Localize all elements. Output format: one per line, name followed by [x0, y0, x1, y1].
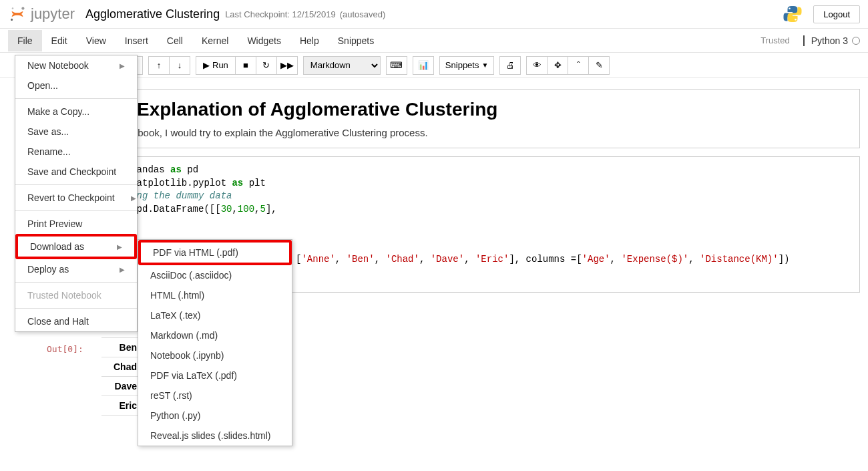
svg-point-3 [12, 7, 14, 9]
chevron-down-icon: ▼ [481, 61, 488, 69]
menu-widgets[interactable]: Widgets [238, 30, 290, 51]
python-icon [783, 4, 803, 24]
code-line: v = pd.DataFrame([[30,100,5], [114, 203, 847, 216]
markdown-cell[interactable]: rt Explanation of Agglomerative Clusteri… [101, 89, 860, 148]
celltype-select[interactable]: Markdown [303, 56, 381, 75]
svg-point-5 [795, 19, 797, 21]
notebook-title[interactable]: Agglomerative Clustering [85, 7, 220, 21]
print-icon: 🖨 [506, 60, 515, 70]
menu-edit[interactable]: Edit [42, 30, 77, 51]
code-line: rt pandas as pd [114, 164, 847, 177]
move-up-button[interactable]: ↑ [148, 56, 170, 75]
menu-insert[interactable]: Insert [116, 30, 158, 51]
menu-download-as[interactable]: Download as▶ [15, 234, 137, 259]
arrow-down-icon: ↓ [178, 60, 182, 70]
menubar: File Edit View Insert Cell Kernel Widget… [0, 29, 868, 53]
play-icon: ▶ [203, 60, 210, 70]
chevron-right-icon: ▶ [131, 194, 136, 202]
kernel-indicator[interactable]: Python 3 [803, 35, 860, 46]
eye-icon: 👁 [533, 60, 541, 70]
file-menu-dropdown: New Notebook▶ Open... Make a Copy... Sav… [15, 55, 138, 332]
menu-deploy-as[interactable]: Deploy as▶ [15, 259, 137, 279]
code-line: rt matplotlib.pyplot as plt [114, 177, 847, 190]
jupyter-logo[interactable]: jupyter [8, 5, 75, 23]
menu-view[interactable]: View [77, 30, 116, 51]
menu-rename[interactable]: Rename... [15, 142, 137, 162]
menu-cell[interactable]: Cell [158, 30, 192, 51]
menu-kernel[interactable]: Kernel [192, 30, 238, 51]
menu-close-halt[interactable]: Close and Halt [15, 311, 137, 331]
stop-button[interactable]: ■ [235, 56, 256, 75]
header: jupyter Agglomerative Clustering Last Ch… [0, 0, 868, 29]
eye-button[interactable]: 👁 [526, 56, 548, 75]
move-down-button[interactable]: ↓ [169, 56, 190, 75]
command-palette-button[interactable]: ⌨ [386, 56, 407, 75]
menu-trusted-notebook: Trusted Notebook [15, 285, 137, 305]
menu-save-checkpoint[interactable]: Save and Checkpoint [15, 162, 137, 182]
menu-print-preview[interactable]: Print Preview [15, 214, 137, 234]
jupyter-icon [8, 5, 27, 23]
svg-point-1 [21, 7, 24, 10]
run-button[interactable]: ▶Run [196, 56, 236, 75]
menu-file[interactable]: File [8, 30, 42, 51]
expand-icon: ✥ [554, 60, 562, 70]
submenu-notebook[interactable]: Notebook (.ipynb) [138, 345, 292, 365]
snippets-dropdown[interactable]: Snippets ▼ [439, 56, 495, 75]
restart-button[interactable]: ↻ [256, 56, 277, 75]
submenu-markdown[interactable]: Markdown (.md) [138, 325, 292, 345]
chevron-right-icon: ▶ [120, 62, 125, 69]
svg-point-2 [11, 19, 13, 21]
code-line: eating the dummy data [114, 190, 847, 203]
fastforward-icon: ▶▶ [280, 60, 294, 70]
keyboard-icon: ⌨ [390, 60, 403, 70]
print-button[interactable]: 🖨 [499, 56, 521, 75]
menu-open[interactable]: Open... [15, 75, 137, 96]
caret-up-button[interactable]: ˆ [568, 56, 589, 75]
tool-icon: ✎ [596, 60, 603, 70]
chevron-right-icon: ▶ [117, 243, 122, 251]
restart-icon: ↻ [262, 60, 270, 70]
chart-button[interactable]: 📊 [413, 56, 434, 75]
logout-button[interactable]: Logout [813, 5, 860, 23]
trusted-indicator: Trusted [761, 35, 790, 45]
caret-up-icon: ˆ [577, 60, 580, 70]
jupyter-wordmark: jupyter [31, 5, 75, 23]
download-as-submenu: PDF via HTML (.pdf) AsciiDoc (.asciidoc)… [138, 239, 292, 426]
svg-point-4 [789, 7, 791, 9]
stop-icon: ■ [243, 60, 248, 70]
arrow-up-icon: ↑ [157, 60, 162, 70]
submenu-python[interactable]: Python (.py) [138, 406, 292, 426]
chevron-right-icon: ▶ [120, 266, 125, 273]
menu-new-notebook[interactable]: New Notebook▶ [15, 55, 137, 75]
submenu-pdf-html[interactable]: PDF via HTML (.pdf) [138, 240, 292, 265]
menu-help[interactable]: Help [290, 30, 329, 51]
output-prompt: Out[0]: [47, 344, 83, 354]
menu-save-as[interactable]: Save as... [15, 122, 137, 142]
submenu-latex[interactable]: LaTeX (.tex) [138, 305, 292, 325]
submenu-rst[interactable]: reST (.rst) [138, 385, 292, 406]
fastforward-button[interactable]: ▶▶ [276, 56, 298, 75]
menu-snippets[interactable]: Snippets [329, 30, 383, 51]
tool-button[interactable]: ✎ [588, 56, 610, 75]
submenu-reveal[interactable]: Reveal.js slides (.slides.html) [138, 426, 292, 426]
menu-revert[interactable]: Revert to Checkpoint▶ [15, 188, 137, 208]
submenu-html[interactable]: HTML (.html) [138, 285, 292, 305]
menu-make-copy[interactable]: Make a Copy... [15, 102, 137, 122]
checkpoint-text: Last Checkpoint: 12/15/2019 [225, 9, 336, 19]
kernel-name: Python 3 [811, 35, 848, 46]
md-heading: rt Explanation of Agglomerative Clusteri… [118, 99, 843, 120]
expand-button[interactable]: ✥ [547, 56, 568, 75]
autosave-text: (autosaved) [340, 9, 386, 19]
chart-icon: 📊 [418, 60, 429, 70]
md-paragraph: notebook, I would try to explain the Agg… [118, 127, 843, 138]
submenu-asciidoc[interactable]: AsciiDoc (.asciidoc) [138, 265, 292, 285]
submenu-pdf-latex[interactable]: PDF via LaTeX (.pdf) [138, 365, 292, 385]
kernel-status-icon [852, 37, 860, 45]
